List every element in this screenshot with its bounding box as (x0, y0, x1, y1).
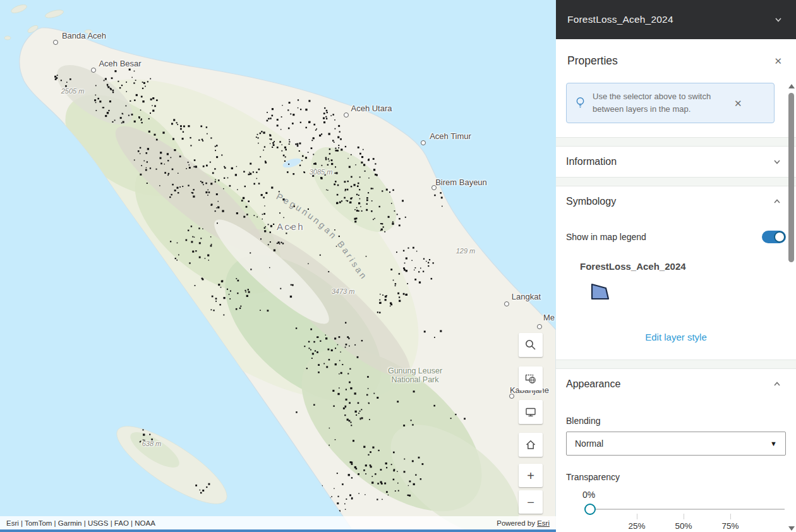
layer-selector-title: ForestLoss_Aceh_2024 (567, 14, 673, 25)
powered-by: Powered by Esri (497, 519, 550, 527)
map-bottom-edge (0, 529, 556, 532)
map-canvas[interactable]: Pegunungan Barisan Banda AcehAceh BesarA… (0, 0, 556, 532)
slider-tick (637, 514, 637, 519)
appearance-section: Appearance Blending Normal ▼ Transparenc… (556, 369, 796, 532)
search-button[interactable] (519, 333, 543, 357)
toggle-knob (774, 231, 785, 243)
slider-tick (684, 514, 684, 519)
properties-panel: ForestLoss_Aceh_2024 Properties ✕ Use th… (556, 0, 796, 532)
blending-label: Blending (566, 416, 786, 426)
basemap-button[interactable] (519, 366, 543, 390)
home-icon (524, 438, 537, 451)
scroll-down-arrow-icon[interactable] (788, 526, 795, 531)
section-divider (556, 177, 796, 186)
section-divider (556, 137, 796, 147)
tick-label-25: 25% (628, 521, 645, 531)
legend-layer-title: ForestLoss_Aceh_2024 (580, 261, 786, 272)
caret-down-icon: ▼ (770, 440, 777, 447)
blending-select[interactable]: Normal ▼ (566, 432, 786, 456)
basemap-icon (524, 372, 537, 385)
appearance-label: Appearance (566, 378, 620, 390)
esri-link[interactable]: Esri (537, 519, 550, 527)
lightbulb-icon (574, 96, 586, 110)
attribution-bar: Esri | TomTom | Garmin | USGS | FAO | NO… (0, 516, 556, 529)
show-in-legend-label: Show in map legend (566, 232, 646, 242)
transparency-label: Transparency (566, 472, 786, 482)
layer-selector[interactable]: ForestLoss_Aceh_2024 (556, 0, 796, 39)
tick-label-75: 75% (721, 521, 739, 531)
polygon-symbol-icon (589, 279, 612, 302)
chevron-up-icon (772, 379, 782, 389)
hint-box: Use the selector above to switch between… (566, 83, 775, 123)
simeulue-island (107, 413, 237, 516)
scroll-up-arrow-icon[interactable] (788, 84, 795, 88)
section-divider (556, 360, 796, 369)
information-label: Information (566, 156, 617, 167)
tick-label-50: 50% (675, 521, 692, 531)
zoom-in-button[interactable]: + (519, 464, 543, 487)
scrollbar-thumb[interactable] (788, 93, 794, 262)
appearance-section-header[interactable]: Appearance (566, 369, 786, 399)
chevron-down-icon (773, 15, 783, 25)
symbology-label: Symbology (566, 196, 616, 207)
transparency-value: 0% (582, 490, 595, 500)
attribution-sources: Esri | TomTom | Garmin | USGS | FAO | NO… (6, 519, 155, 527)
basemap-terrain: Pegunungan Barisan (0, 0, 556, 532)
slider-tick (730, 514, 731, 519)
monitor-icon (524, 406, 537, 418)
zoom-out-button[interactable]: − (519, 490, 543, 514)
home-button[interactable] (519, 433, 543, 457)
slider-track[interactable] (590, 509, 785, 510)
show-in-legend-toggle[interactable] (762, 231, 786, 243)
symbology-section: Symbology Show in map legend ForestLoss_… (556, 186, 796, 343)
search-icon (524, 339, 537, 351)
blending-value: Normal (575, 438, 603, 449)
slider-handle[interactable] (584, 504, 596, 515)
hint-text: Use the selector above to switch between… (593, 90, 725, 116)
dismiss-hint-button[interactable]: ✕ (732, 97, 745, 109)
transparency-slider: 0% 25% 50% 75% (566, 486, 786, 532)
information-section-header[interactable]: Information (556, 147, 796, 177)
symbology-section-header[interactable]: Symbology (566, 186, 786, 217)
legend-symbol (589, 279, 786, 305)
panel-scrollbar[interactable] (788, 84, 795, 531)
screen-button[interactable] (519, 400, 543, 424)
chevron-down-icon (772, 157, 782, 167)
close-panel-button[interactable]: ✕ (771, 55, 785, 67)
edit-layer-style-link[interactable]: Edit layer style (641, 331, 711, 343)
chevron-up-icon (772, 196, 782, 207)
panel-title: Properties (567, 54, 618, 68)
